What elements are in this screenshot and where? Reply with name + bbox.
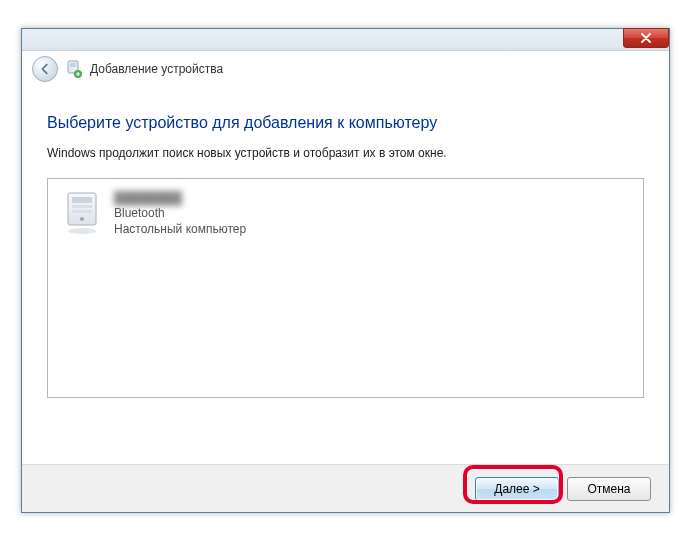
device-info: ████████ Bluetooth Настольный компьютер: [114, 189, 246, 237]
breadcrumb: Добавление устройства: [90, 62, 223, 76]
footer: Далее > Отмена: [22, 464, 669, 512]
header-row: Добавление устройства: [22, 51, 669, 87]
computer-icon: [60, 189, 104, 237]
next-button[interactable]: Далее >: [475, 477, 559, 501]
svg-rect-4: [72, 197, 92, 203]
device-list: ████████ Bluetooth Настольный компьютер: [47, 178, 644, 398]
svg-point-8: [68, 228, 96, 234]
svg-rect-5: [72, 205, 92, 208]
svg-rect-1: [70, 63, 76, 67]
device-kind-label: Настольный компьютер: [114, 221, 246, 237]
close-icon: [641, 33, 651, 43]
svg-point-7: [80, 217, 84, 221]
back-button[interactable]: [32, 56, 58, 82]
device-item[interactable]: ████████ Bluetooth Настольный компьютер: [54, 185, 334, 241]
arrow-left-icon: [38, 62, 52, 76]
cancel-button[interactable]: Отмена: [567, 477, 651, 501]
wizard-window: Добавление устройства Выберите устройств…: [21, 28, 670, 513]
add-device-icon: [66, 60, 82, 78]
content-area: Выберите устройство для добавления к ком…: [47, 114, 644, 444]
device-name-label: ████████: [114, 191, 246, 205]
svg-rect-6: [72, 210, 92, 213]
page-subheading: Windows продолжит поиск новых устройств …: [47, 146, 644, 160]
close-button[interactable]: [623, 28, 669, 48]
device-protocol-label: Bluetooth: [114, 205, 246, 221]
page-heading: Выберите устройство для добавления к ком…: [47, 114, 644, 132]
titlebar: [22, 29, 669, 51]
